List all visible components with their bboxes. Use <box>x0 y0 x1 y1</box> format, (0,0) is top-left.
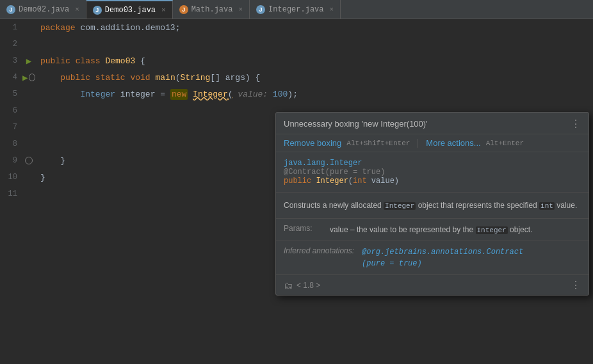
tab-icon-demo03: J <box>93 6 102 15</box>
tab-demo02[interactable]: J Demo02.java × <box>0 0 86 19</box>
line-number-6: 6 <box>0 106 22 115</box>
params-label: Params: <box>284 224 322 236</box>
code-content-1: package com.addition.demo13; <box>35 23 593 33</box>
tab-math[interactable]: J Math.java × <box>173 0 250 19</box>
tab-demo03[interactable]: J Demo03.java × <box>86 0 173 19</box>
tab-label-demo02: Demo02.java <box>19 5 69 14</box>
line-number-2: 2 <box>0 40 22 49</box>
remove-boxing-shortcut: Alt+Shift+Enter <box>346 139 410 147</box>
code-line-2: 2 <box>0 36 593 52</box>
code-line-3: 3 ▶ public class Demo03 { <box>0 52 593 69</box>
tab-icon-math: J <box>179 5 188 14</box>
line-number-3: 3 <box>0 56 22 65</box>
tab-close-demo02[interactable]: × <box>75 6 79 13</box>
description-text: Constructs a newly allocated Integer obj… <box>284 201 577 210</box>
line-number-7: 7 <box>0 123 22 132</box>
annotations-value: @org.jetbrains.annotations.Contract(pure… <box>362 246 523 269</box>
more-actions-link[interactable]: More actions... <box>426 138 480 148</box>
tab-label-demo03: Demo03.java <box>105 6 156 15</box>
run-arrow-4: ▶ <box>22 72 28 83</box>
popup-menu-dots[interactable]: ⋮ <box>571 118 581 130</box>
code-line-5: 5 Integer integer = new Integer( value: … <box>0 86 593 102</box>
footer-menu-dots[interactable]: ⋮ <box>571 279 581 291</box>
params-value: value – the value to be represented by t… <box>330 224 532 236</box>
tab-label-integer: Integer.java <box>268 5 323 14</box>
tab-close-integer[interactable]: × <box>330 6 334 13</box>
line-number-1: 1 <box>0 23 22 32</box>
popup-header: Unnecessary boxing 'new Integer(100)' ⋮ <box>276 113 589 134</box>
gutter-3: ▶ <box>22 56 35 67</box>
more-actions-shortcut: Alt+Enter <box>486 139 524 147</box>
actions-divider <box>418 139 418 148</box>
breakpoint-9 <box>25 157 33 164</box>
tab-bar: J Demo02.java × J Demo03.java × J Math.j… <box>0 0 593 19</box>
tab-icon-integer: J <box>256 5 265 14</box>
gutter-4: ▶ <box>22 72 35 83</box>
suggestion-popup: Unnecessary boxing 'new Integer(100)' ⋮ … <box>275 112 589 296</box>
popup-footer: 🗂 < 1.8 > ⋮ <box>276 275 589 295</box>
popup-warning-text: Unnecessary boxing 'new Integer(100)' <box>284 119 428 129</box>
doc-signature: public Integer(int value) <box>284 177 581 186</box>
annotations-label: Inferred annotations: <box>284 246 354 269</box>
remove-boxing-button[interactable]: Remove boxing <box>284 138 341 148</box>
footer-version-info: 🗂 < 1.8 > <box>284 280 320 290</box>
tab-label-math: Math.java <box>191 5 233 14</box>
run-arrow-3: ▶ <box>26 56 31 67</box>
breakpoint-4 <box>29 74 35 81</box>
code-line-4: 4 ▶ public static void main(String[] arg… <box>0 69 593 86</box>
line-number-8: 8 <box>0 139 22 148</box>
line-number-5: 5 <box>0 90 22 99</box>
popup-description-section: Constructs a newly allocated Integer obj… <box>276 193 589 219</box>
version-label: < 1.8 > <box>296 281 320 290</box>
popup-doc-section: java.lang.Integer @Contract(pure = true)… <box>276 152 589 193</box>
line-number-11: 11 <box>0 189 22 198</box>
line-number-4: 4 <box>0 73 22 82</box>
doc-class-name: java.lang.Integer <box>284 159 581 168</box>
code-content-5: Integer integer = new Integer( value: 10… <box>35 90 593 99</box>
popup-annotations-section: Inferred annotations: @org.jetbrains.ann… <box>276 241 589 275</box>
line-number-9: 9 <box>0 156 22 165</box>
line-number-10: 10 <box>0 173 22 182</box>
doc-annotation: @Contract(pure = true) <box>284 168 581 177</box>
gutter-9 <box>22 157 35 164</box>
code-content-3: public class Demo03 { <box>35 56 593 66</box>
tab-close-demo03[interactable]: × <box>161 6 166 14</box>
popup-params-section: Params: value – the value to be represen… <box>276 219 589 242</box>
code-line-1: 1 package com.addition.demo13; <box>0 19 593 36</box>
tab-close-math[interactable]: × <box>238 6 243 13</box>
tab-integer[interactable]: J Integer.java × <box>250 0 341 19</box>
tab-icon-demo02: J <box>6 5 15 14</box>
folder-icon: 🗂 <box>284 280 293 290</box>
code-content-4: public static void main(String[] args) { <box>35 73 593 83</box>
popup-actions-row: Remove boxing Alt+Shift+Enter More actio… <box>276 134 589 152</box>
